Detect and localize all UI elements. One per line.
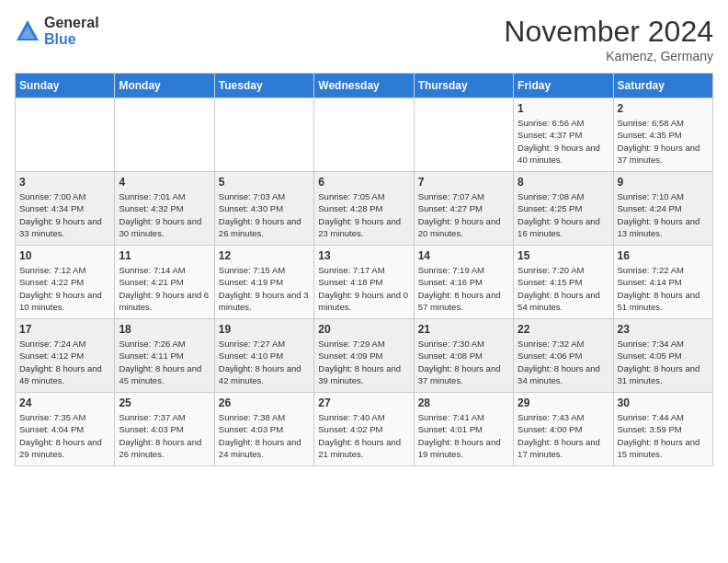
day-info: Sunrise: 7:07 AM Sunset: 4:27 PM Dayligh… <box>418 190 509 239</box>
calendar-cell: 29Sunrise: 7:43 AM Sunset: 4:00 PM Dayli… <box>514 393 613 466</box>
calendar-cell: 4Sunrise: 7:01 AM Sunset: 4:32 PM Daylig… <box>115 172 214 246</box>
day-number: 29 <box>518 396 609 409</box>
day-info: Sunrise: 7:12 AM Sunset: 4:22 PM Dayligh… <box>19 264 110 313</box>
day-info: Sunrise: 7:14 AM Sunset: 4:21 PM Dayligh… <box>119 264 210 313</box>
calendar-cell: 18Sunrise: 7:26 AM Sunset: 4:11 PM Dayli… <box>115 319 214 393</box>
calendar-cell: 2Sunrise: 6:58 AM Sunset: 4:35 PM Daylig… <box>613 98 712 172</box>
day-number: 17 <box>19 323 110 336</box>
day-info: Sunrise: 6:58 AM Sunset: 4:35 PM Dayligh… <box>618 117 709 166</box>
day-number: 21 <box>418 323 509 336</box>
logo-blue: Blue <box>44 31 99 48</box>
day-number: 20 <box>318 323 409 336</box>
calendar-cell <box>115 98 214 172</box>
calendar-cell: 21Sunrise: 7:30 AM Sunset: 4:08 PM Dayli… <box>414 319 513 393</box>
calendar-cell: 22Sunrise: 7:32 AM Sunset: 4:06 PM Dayli… <box>514 319 613 393</box>
calendar-cell: 9Sunrise: 7:10 AM Sunset: 4:24 PM Daylig… <box>613 172 712 246</box>
calendar-cell: 1Sunrise: 6:56 AM Sunset: 4:37 PM Daylig… <box>514 98 613 172</box>
month-title: November 2024 <box>504 15 713 49</box>
day-info: Sunrise: 7:37 AM Sunset: 4:03 PM Dayligh… <box>119 411 210 460</box>
day-number: 6 <box>318 176 409 189</box>
day-info: Sunrise: 7:24 AM Sunset: 4:12 PM Dayligh… <box>19 338 110 386</box>
day-number: 25 <box>119 396 210 409</box>
day-info: Sunrise: 7:40 AM Sunset: 4:02 PM Dayligh… <box>318 411 409 460</box>
day-info: Sunrise: 7:44 AM Sunset: 3:59 PM Dayligh… <box>618 411 709 460</box>
day-info: Sunrise: 7:29 AM Sunset: 4:09 PM Dayligh… <box>318 338 409 386</box>
title-block: November 2024 Kamenz, Germany <box>504 15 713 63</box>
day-info: Sunrise: 7:26 AM Sunset: 4:11 PM Dayligh… <box>119 338 210 386</box>
day-info: Sunrise: 7:34 AM Sunset: 4:05 PM Dayligh… <box>618 338 709 386</box>
day-number: 30 <box>618 396 709 409</box>
calendar-cell: 26Sunrise: 7:38 AM Sunset: 4:03 PM Dayli… <box>214 393 313 466</box>
day-number: 19 <box>219 323 310 336</box>
calendar-cell: 15Sunrise: 7:20 AM Sunset: 4:15 PM Dayli… <box>514 246 613 319</box>
calendar-cell: 19Sunrise: 7:27 AM Sunset: 4:10 PM Dayli… <box>214 319 313 393</box>
day-info: Sunrise: 7:22 AM Sunset: 4:14 PM Dayligh… <box>618 264 709 313</box>
day-number: 7 <box>418 176 509 189</box>
calendar-cell: 11Sunrise: 7:14 AM Sunset: 4:21 PM Dayli… <box>115 246 214 319</box>
calendar-cell <box>16 98 115 172</box>
day-number: 13 <box>318 249 409 262</box>
logo: General Blue <box>15 15 99 47</box>
calendar-cell: 3Sunrise: 7:00 AM Sunset: 4:34 PM Daylig… <box>16 172 115 246</box>
day-number: 1 <box>518 102 609 115</box>
day-number: 10 <box>19 249 110 262</box>
day-info: Sunrise: 7:19 AM Sunset: 4:16 PM Dayligh… <box>418 264 509 313</box>
day-number: 18 <box>119 323 210 336</box>
header-monday: Monday <box>115 74 214 98</box>
calendar-cell: 8Sunrise: 7:08 AM Sunset: 4:25 PM Daylig… <box>514 172 613 246</box>
day-number: 14 <box>418 249 509 262</box>
day-info: Sunrise: 7:27 AM Sunset: 4:10 PM Dayligh… <box>219 338 310 386</box>
calendar-cell: 30Sunrise: 7:44 AM Sunset: 3:59 PM Dayli… <box>613 393 712 466</box>
day-number: 9 <box>618 176 709 189</box>
calendar-cell: 14Sunrise: 7:19 AM Sunset: 4:16 PM Dayli… <box>414 246 513 319</box>
calendar-week-3: 10Sunrise: 7:12 AM Sunset: 4:22 PM Dayli… <box>16 246 713 319</box>
calendar-cell: 23Sunrise: 7:34 AM Sunset: 4:05 PM Dayli… <box>613 319 712 393</box>
day-info: Sunrise: 7:38 AM Sunset: 4:03 PM Dayligh… <box>219 411 310 460</box>
logo-icon <box>15 18 40 44</box>
day-info: Sunrise: 7:00 AM Sunset: 4:34 PM Dayligh… <box>19 190 110 239</box>
calendar-cell: 5Sunrise: 7:03 AM Sunset: 4:30 PM Daylig… <box>214 172 313 246</box>
logo-text: General Blue <box>44 15 99 47</box>
calendar-week-5: 24Sunrise: 7:35 AM Sunset: 4:04 PM Dayli… <box>16 393 713 466</box>
calendar-cell: 16Sunrise: 7:22 AM Sunset: 4:14 PM Dayli… <box>613 246 712 319</box>
day-info: Sunrise: 7:15 AM Sunset: 4:19 PM Dayligh… <box>219 264 310 313</box>
day-number: 28 <box>418 396 509 409</box>
calendar-week-4: 17Sunrise: 7:24 AM Sunset: 4:12 PM Dayli… <box>16 319 713 393</box>
calendar-cell: 27Sunrise: 7:40 AM Sunset: 4:02 PM Dayli… <box>314 393 414 466</box>
header-tuesday: Tuesday <box>214 74 313 98</box>
header-friday: Friday <box>514 74 613 98</box>
calendar-cell: 28Sunrise: 7:41 AM Sunset: 4:01 PM Dayli… <box>414 393 513 466</box>
day-number: 5 <box>219 176 310 189</box>
calendar-cell: 17Sunrise: 7:24 AM Sunset: 4:12 PM Dayli… <box>16 319 115 393</box>
day-number: 24 <box>19 396 110 409</box>
day-number: 3 <box>19 176 110 189</box>
day-info: Sunrise: 7:01 AM Sunset: 4:32 PM Dayligh… <box>119 190 210 239</box>
day-number: 8 <box>518 176 609 189</box>
calendar-cell: 12Sunrise: 7:15 AM Sunset: 4:19 PM Dayli… <box>214 246 313 319</box>
day-number: 16 <box>618 249 709 262</box>
logo-general: General <box>44 15 99 31</box>
calendar-cell: 6Sunrise: 7:05 AM Sunset: 4:28 PM Daylig… <box>314 172 414 246</box>
day-info: Sunrise: 7:17 AM Sunset: 4:18 PM Dayligh… <box>318 264 409 313</box>
day-number: 22 <box>518 323 609 336</box>
page-header: General Blue November 2024 Kamenz, Germa… <box>15 15 713 63</box>
day-info: Sunrise: 7:32 AM Sunset: 4:06 PM Dayligh… <box>518 338 609 386</box>
day-info: Sunrise: 7:03 AM Sunset: 4:30 PM Dayligh… <box>219 190 310 239</box>
day-info: Sunrise: 7:43 AM Sunset: 4:00 PM Dayligh… <box>518 411 609 460</box>
header-thursday: Thursday <box>414 74 513 98</box>
header-wednesday: Wednesday <box>314 74 414 98</box>
calendar-cell <box>414 98 513 172</box>
calendar-cell: 13Sunrise: 7:17 AM Sunset: 4:18 PM Dayli… <box>314 246 414 319</box>
calendar-header-row: SundayMondayTuesdayWednesdayThursdayFrid… <box>16 74 713 98</box>
day-number: 26 <box>219 396 310 409</box>
day-number: 23 <box>618 323 709 336</box>
day-number: 2 <box>618 102 709 115</box>
day-info: Sunrise: 7:10 AM Sunset: 4:24 PM Dayligh… <box>618 190 709 239</box>
day-info: Sunrise: 6:56 AM Sunset: 4:37 PM Dayligh… <box>518 117 609 166</box>
calendar-cell: 25Sunrise: 7:37 AM Sunset: 4:03 PM Dayli… <box>115 393 214 466</box>
day-number: 11 <box>119 249 210 262</box>
day-info: Sunrise: 7:08 AM Sunset: 4:25 PM Dayligh… <box>518 190 609 239</box>
calendar-cell: 10Sunrise: 7:12 AM Sunset: 4:22 PM Dayli… <box>16 246 115 319</box>
calendar-week-1: 1Sunrise: 6:56 AM Sunset: 4:37 PM Daylig… <box>16 98 713 172</box>
day-info: Sunrise: 7:05 AM Sunset: 4:28 PM Dayligh… <box>318 190 409 239</box>
